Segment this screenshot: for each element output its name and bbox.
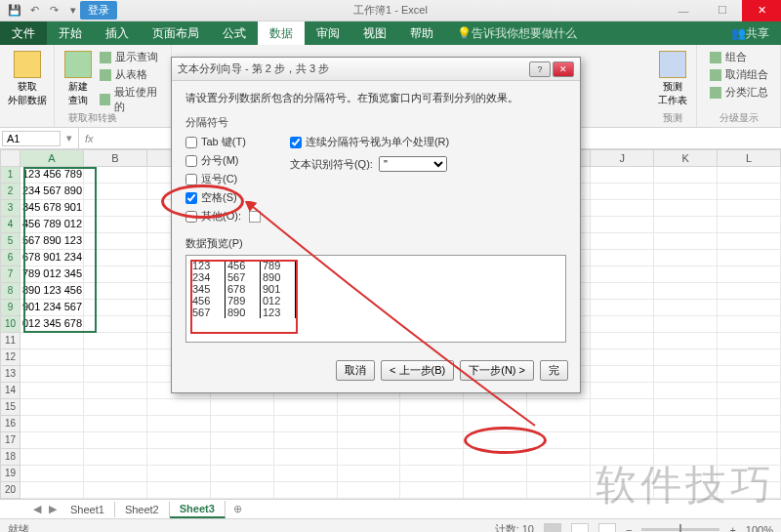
- dialog-help-icon[interactable]: ?: [529, 61, 551, 77]
- cell[interactable]: [211, 432, 274, 449]
- cell[interactable]: [400, 466, 464, 482]
- delim-tab-checkbox[interactable]: Tab 键(T): [185, 134, 261, 150]
- cell[interactable]: [21, 449, 84, 466]
- cell[interactable]: [718, 300, 781, 316]
- zoom-in-icon[interactable]: +: [729, 524, 735, 533]
- row-header-17[interactable]: 17: [0, 432, 21, 449]
- tab-help[interactable]: 帮助: [398, 21, 445, 45]
- cell[interactable]: [84, 333, 147, 349]
- cell[interactable]: [84, 300, 147, 316]
- cell[interactable]: [591, 233, 654, 250]
- cell[interactable]: [84, 167, 147, 184]
- view-normal-icon[interactable]: [544, 523, 561, 533]
- cell[interactable]: [84, 366, 147, 383]
- get-external-data-button[interactable]: 获取 外部数据: [4, 49, 51, 109]
- cell[interactable]: [400, 432, 464, 449]
- namebox-dropdown-icon[interactable]: ▾: [61, 132, 78, 144]
- cell[interactable]: [591, 383, 654, 399]
- cell[interactable]: 234 567 890: [21, 184, 84, 200]
- row-header-6[interactable]: 6: [0, 250, 21, 266]
- cell[interactable]: [718, 333, 781, 349]
- row-header-5[interactable]: 5: [0, 233, 21, 250]
- cell[interactable]: [464, 466, 527, 482]
- cell[interactable]: [211, 449, 274, 466]
- cell[interactable]: [464, 482, 527, 499]
- forecast-button[interactable]: 预测 工作表: [654, 49, 691, 109]
- ungroup-button[interactable]: 取消组合: [706, 66, 772, 83]
- cell[interactable]: [400, 449, 464, 466]
- cell[interactable]: [21, 366, 84, 383]
- cell[interactable]: [654, 184, 718, 200]
- row-header-1[interactable]: 1: [0, 167, 21, 184]
- cell[interactable]: [84, 383, 147, 399]
- cell[interactable]: [464, 399, 527, 416]
- cell[interactable]: [591, 217, 654, 233]
- tab-data[interactable]: 数据: [258, 21, 305, 45]
- cell[interactable]: [527, 449, 591, 466]
- cell[interactable]: [591, 300, 654, 316]
- row-header-3[interactable]: 3: [0, 200, 21, 217]
- row-header-14[interactable]: 14: [0, 383, 21, 399]
- login-button[interactable]: 登录: [80, 1, 117, 20]
- close-icon[interactable]: ✕: [742, 0, 781, 21]
- cell[interactable]: [591, 200, 654, 217]
- cell[interactable]: [654, 250, 718, 266]
- group-button[interactable]: 组合: [706, 49, 772, 65]
- sheet-nav-prev-icon[interactable]: ◀: [29, 503, 45, 515]
- select-all-corner[interactable]: [0, 149, 21, 167]
- row-header-13[interactable]: 13: [0, 366, 21, 383]
- cell[interactable]: 789 012 345: [21, 266, 84, 283]
- cell[interactable]: [591, 349, 654, 366]
- cell[interactable]: [84, 349, 147, 366]
- cell[interactable]: [591, 466, 654, 482]
- subtotal-button[interactable]: 分类汇总: [706, 84, 772, 101]
- finish-button[interactable]: 完: [540, 360, 568, 381]
- cell[interactable]: 890 123 456: [21, 283, 84, 300]
- cell[interactable]: [84, 449, 147, 466]
- cell[interactable]: [718, 184, 781, 200]
- cell[interactable]: [718, 399, 781, 416]
- cell[interactable]: [338, 399, 401, 416]
- undo-icon[interactable]: ↶: [27, 4, 41, 18]
- cell[interactable]: [21, 383, 84, 399]
- cell[interactable]: [591, 366, 654, 383]
- cell[interactable]: [591, 283, 654, 300]
- cell[interactable]: [718, 366, 781, 383]
- cell[interactable]: [338, 466, 401, 482]
- cell[interactable]: [147, 416, 211, 432]
- delim-semicolon-checkbox[interactable]: 分号(M): [185, 152, 261, 169]
- cell[interactable]: [21, 482, 84, 499]
- cell[interactable]: [400, 482, 464, 499]
- cell[interactable]: [338, 482, 401, 499]
- cell[interactable]: 345 678 901: [21, 200, 84, 217]
- cell[interactable]: [274, 416, 338, 432]
- cell[interactable]: [84, 200, 147, 217]
- cell[interactable]: [211, 482, 274, 499]
- delim-space-checkbox[interactable]: 空格(S): [185, 189, 261, 206]
- cell[interactable]: [654, 266, 718, 283]
- cell[interactable]: [147, 449, 211, 466]
- from-table-button[interactable]: 从表格: [96, 66, 165, 83]
- row-header-16[interactable]: 16: [0, 416, 21, 432]
- cell[interactable]: [591, 266, 654, 283]
- cell[interactable]: [147, 399, 211, 416]
- next-button[interactable]: 下一步(N) >: [460, 360, 534, 381]
- sheet-tab-3[interactable]: Sheet3: [170, 501, 226, 518]
- new-query-button[interactable]: 新建 查询: [61, 49, 96, 109]
- tell-me[interactable]: 💡 告诉我你想要做什么: [445, 21, 589, 45]
- cell[interactable]: [718, 200, 781, 217]
- cell[interactable]: [718, 283, 781, 300]
- cell[interactable]: [718, 250, 781, 266]
- cell[interactable]: [84, 217, 147, 233]
- cell[interactable]: [654, 482, 718, 499]
- cell[interactable]: 456 789 012: [21, 217, 84, 233]
- row-header-8[interactable]: 8: [0, 283, 21, 300]
- tab-insert[interactable]: 插入: [94, 21, 141, 45]
- tab-home[interactable]: 开始: [47, 21, 94, 45]
- cell[interactable]: [21, 416, 84, 432]
- tab-layout[interactable]: 页面布局: [141, 21, 211, 45]
- cell[interactable]: [21, 399, 84, 416]
- cell[interactable]: [591, 432, 654, 449]
- show-queries-button[interactable]: 显示查询: [96, 49, 165, 65]
- zoom-slider[interactable]: [641, 528, 719, 531]
